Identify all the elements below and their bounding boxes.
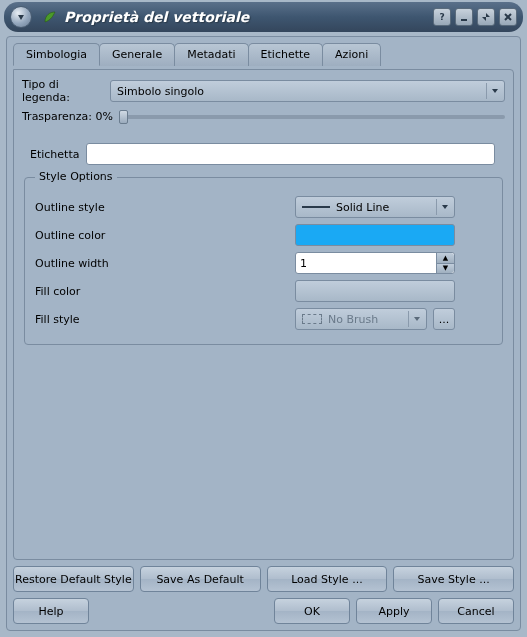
- outline-style-select[interactable]: Solid Line: [295, 196, 455, 218]
- transparency-label: Trasparenza: 0%: [22, 110, 113, 123]
- svg-text:?: ?: [439, 12, 444, 22]
- outline-width-value: 1: [300, 257, 307, 270]
- chevron-down-icon: [486, 83, 502, 99]
- chevron-down-icon: [436, 199, 452, 215]
- tab-azioni[interactable]: Azioni: [322, 43, 381, 66]
- tab-bar: Simbologia Generale Metadati Etichette A…: [13, 43, 514, 66]
- chevron-down-icon: [408, 311, 424, 327]
- fill-color-button[interactable]: [295, 280, 455, 302]
- outline-width-label: Outline width: [35, 257, 295, 270]
- fill-style-browse-button[interactable]: ...: [433, 308, 455, 330]
- solid-line-icon: [302, 206, 330, 208]
- fill-style-select[interactable]: No Brush: [295, 308, 427, 330]
- window-title: Proprietà del vettoriale: [64, 9, 433, 25]
- minimize-button[interactable]: [455, 8, 473, 26]
- legend-type-value: Simbolo singolo: [117, 85, 204, 98]
- outline-width-spinbox[interactable]: 1 ▲ ▼: [295, 252, 455, 274]
- spin-down-button[interactable]: ▼: [436, 264, 454, 274]
- fill-color-label: Fill color: [35, 285, 295, 298]
- legend-type-label: Tipo di legenda:: [22, 78, 110, 104]
- etichetta-field-label: Etichetta: [30, 148, 86, 161]
- etichetta-input[interactable]: [86, 143, 495, 165]
- cancel-button[interactable]: Cancel: [438, 598, 514, 624]
- window-menu-button[interactable]: [10, 6, 32, 28]
- no-brush-icon: [302, 314, 322, 324]
- fill-style-label: Fill style: [35, 313, 295, 326]
- help-button[interactable]: Help: [13, 598, 89, 624]
- maximize-button[interactable]: [477, 8, 495, 26]
- app-icon: [42, 9, 58, 25]
- tab-simbologia[interactable]: Simbologia: [13, 43, 100, 66]
- dialog-content: Simbologia Generale Metadati Etichette A…: [6, 36, 521, 631]
- restore-default-style-button[interactable]: Restore Default Style: [13, 566, 134, 592]
- tab-panel-simbologia: Tipo di legenda: Simbolo singolo Traspar…: [13, 69, 514, 560]
- svg-rect-1: [461, 19, 467, 21]
- outline-color-label: Outline color: [35, 229, 295, 242]
- save-as-default-button[interactable]: Save As Default: [140, 566, 261, 592]
- save-style-button[interactable]: Save Style ...: [393, 566, 514, 592]
- style-options-group: Style Options Outline style Solid Line O…: [24, 177, 503, 345]
- load-style-button[interactable]: Load Style ...: [267, 566, 388, 592]
- legend-type-select[interactable]: Simbolo singolo: [110, 80, 505, 102]
- spin-up-button[interactable]: ▲: [436, 253, 454, 264]
- apply-button[interactable]: Apply: [356, 598, 432, 624]
- tab-etichette[interactable]: Etichette: [248, 43, 324, 66]
- dialog-window: Proprietà del vettoriale ? Simbologia Ge…: [0, 0, 527, 637]
- outline-style-label: Outline style: [35, 201, 295, 214]
- ok-button[interactable]: OK: [274, 598, 350, 624]
- outline-style-value: Solid Line: [336, 201, 389, 214]
- fill-style-value: No Brush: [328, 313, 378, 326]
- slider-thumb[interactable]: [119, 110, 128, 124]
- tab-metadati[interactable]: Metadati: [174, 43, 248, 66]
- transparency-slider[interactable]: [119, 115, 505, 119]
- help-titlebar-button[interactable]: ?: [433, 8, 451, 26]
- style-options-title: Style Options: [35, 170, 117, 183]
- title-bar: Proprietà del vettoriale ?: [4, 2, 523, 32]
- outline-color-button[interactable]: [295, 224, 455, 246]
- close-button[interactable]: [499, 8, 517, 26]
- tab-generale[interactable]: Generale: [99, 43, 175, 66]
